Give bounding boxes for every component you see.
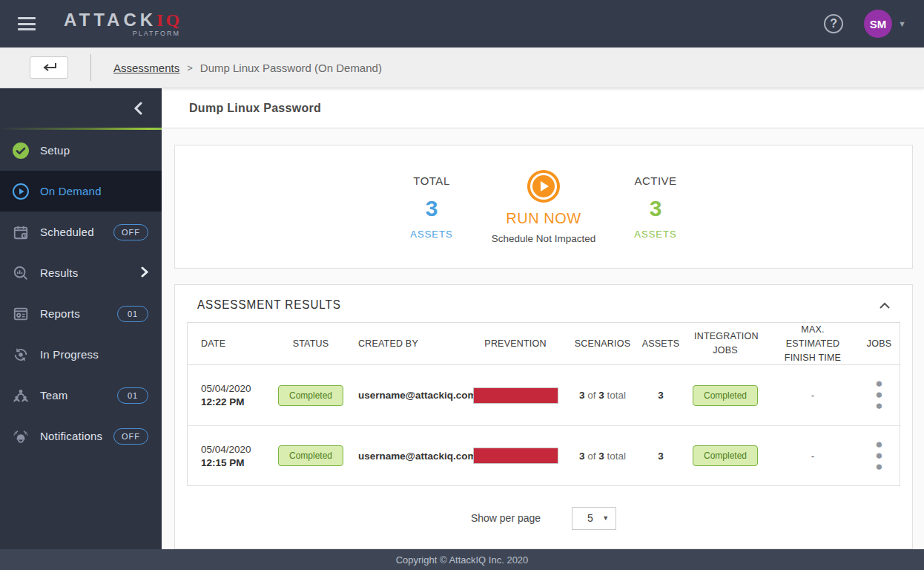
- run-now-button[interactable]: [527, 170, 560, 203]
- back-arrow-icon: [40, 62, 58, 73]
- brand-text: ATTACK: [64, 10, 156, 30]
- status-badge: Completed: [278, 445, 343, 466]
- column-header-status: STATUS: [277, 337, 345, 351]
- team-icon: [12, 387, 30, 404]
- page-title-bar: Dump Linux Password: [162, 88, 924, 128]
- breadcrumb: Assessments > Dump Linux Password (On De…: [113, 62, 382, 74]
- prevention-cell: [463, 448, 567, 464]
- chevron-down-icon: ▼: [898, 19, 906, 28]
- column-header-assets: ASSETS: [638, 337, 684, 351]
- total-unit: ASSETS: [410, 229, 452, 240]
- report-icon: [12, 305, 30, 323]
- created-by-cell: username@attackiq.com: [345, 390, 463, 401]
- results-table-header: DATE STATUS CREATED BY PREVENTION SCENAR…: [188, 323, 900, 365]
- column-header-date: DATE: [188, 337, 277, 351]
- results-table: DATE STATUS CREATED BY PREVENTION SCENAR…: [187, 322, 900, 486]
- copyright-text: Copyright © AttackIQ Inc. 2020: [396, 554, 529, 566]
- scheduled-off-badge: OFF: [113, 224, 148, 240]
- breadcrumb-link-assessments[interactable]: Assessments: [113, 62, 179, 74]
- prevention-bar: [473, 387, 558, 404]
- row-menu-icon[interactable]: ●●●: [875, 376, 882, 413]
- chevron-left-icon: [133, 102, 142, 115]
- status-cell: Completed: [277, 445, 345, 466]
- sidebar-item-label: Team: [40, 389, 117, 402]
- breadcrumb-bar: Assessments > Dump Linux Password (On De…: [0, 48, 924, 88]
- max-estimated-finish-time-cell: -: [767, 390, 859, 401]
- column-header-jobs: JOBS: [859, 337, 900, 351]
- play-icon: [530, 173, 557, 200]
- avatar[interactable]: SM: [864, 10, 892, 38]
- status-badge: Completed: [278, 385, 343, 406]
- status-cell: Completed: [277, 385, 345, 406]
- total-value: 3: [426, 196, 438, 221]
- top-bar: ATTACKIQ PLATFORM ? SM ▼: [0, 0, 924, 48]
- date-cell: 05/04/2020 12:15 PM: [188, 444, 277, 468]
- help-icon[interactable]: ?: [824, 14, 843, 33]
- breadcrumb-divider: [90, 54, 91, 81]
- max-estimated-finish-time-cell: -: [767, 451, 859, 462]
- brand-subtitle: PLATFORM: [133, 30, 180, 37]
- column-header-created-by: CREATED BY: [345, 337, 463, 351]
- user-menu[interactable]: SM ▼: [864, 10, 906, 38]
- created-by-cell: username@attackiq.com: [345, 451, 463, 462]
- total-label: TOTAL: [413, 174, 449, 187]
- assessment-stats-card: TOTAL 3 ASSETS RUN NOW Schedule Not Impa…: [174, 145, 913, 269]
- run-now-control: RUN NOW Schedule Not Impacted: [484, 170, 603, 244]
- sidebar-item-setup[interactable]: Setup: [0, 130, 162, 171]
- prevention-cell: [463, 387, 567, 404]
- sidebar-item-in-progress[interactable]: In Progress: [0, 334, 162, 375]
- sidebar-item-scheduled[interactable]: Scheduled OFF: [0, 212, 162, 252]
- sidebar-collapse-button[interactable]: [0, 88, 162, 128]
- chevron-up-icon: [880, 302, 890, 309]
- sidebar-item-label: Setup: [40, 144, 148, 157]
- run-now-label: RUN NOW: [506, 210, 581, 227]
- breadcrumb-separator: >: [187, 62, 193, 73]
- scenarios-cell: 3 of 3 total: [567, 390, 638, 401]
- integration-jobs-badge: Completed: [693, 385, 758, 406]
- sidebar-item-notifications[interactable]: Notifications OFF: [0, 416, 162, 456]
- play-circle-icon: [12, 183, 30, 200]
- pagination-controls: Show per page 5 ▼: [187, 486, 900, 549]
- select-caret-icon: ▼: [602, 514, 609, 522]
- active-unit: ASSETS: [634, 229, 676, 240]
- bell-waves-icon: [12, 428, 30, 445]
- active-label: ACTIVE: [634, 174, 676, 187]
- reports-count-badge: 01: [117, 306, 148, 322]
- sidebar-item-on-demand[interactable]: On Demand: [0, 171, 162, 212]
- per-page-value: 5: [587, 512, 593, 524]
- jobs-cell: ●●●: [859, 379, 900, 412]
- table-row: 05/04/2020 12:15 PM Completed username@a…: [188, 425, 900, 485]
- scenarios-cell: 3 of 3 total: [567, 451, 638, 462]
- assets-cell: 3: [638, 451, 684, 462]
- column-header-integration-jobs: INTEGRATION JOBS: [684, 330, 767, 358]
- date-cell: 05/04/2020 12:22 PM: [188, 383, 277, 407]
- chevron-right-icon: [141, 266, 148, 280]
- active-value: 3: [650, 196, 662, 221]
- sidebar-item-team[interactable]: Team 01: [0, 375, 162, 416]
- back-button[interactable]: [30, 56, 68, 79]
- sidebar-item-results[interactable]: Results: [0, 252, 162, 293]
- sidebar-item-label: Scheduled: [40, 226, 113, 238]
- row-menu-icon[interactable]: ●●●: [875, 437, 882, 474]
- results-title: ASSESSMENT RESULTS: [197, 298, 341, 312]
- sidebar-item-label: In Progress: [40, 348, 148, 361]
- attackiq-logo: ATTACKIQ PLATFORM: [64, 11, 182, 37]
- integration-jobs-badge: Completed: [693, 445, 758, 466]
- search-chart-icon: [12, 264, 30, 282]
- team-count-badge: 01: [117, 387, 148, 404]
- sidebar: Setup On Demand Scheduled OFF Results: [0, 88, 162, 549]
- main-content: Dump Linux Password TOTAL 3 ASSETS RUN N…: [162, 88, 924, 549]
- assessment-results-card: ASSESSMENT RESULTS DATE STATUS CREATED B…: [174, 284, 913, 549]
- sync-gear-icon: [12, 346, 30, 364]
- column-header-scenarios: SCENARIOS: [567, 337, 638, 351]
- menu-icon[interactable]: [18, 17, 36, 30]
- integration-jobs-cell: Completed: [684, 445, 767, 466]
- collapse-section-button[interactable]: [880, 302, 890, 309]
- per-page-select[interactable]: 5 ▼: [572, 507, 616, 530]
- sidebar-item-label: Results: [40, 266, 141, 279]
- attackiq-platform-app: ATTACKIQ PLATFORM ? SM ▼ Assessments > D…: [0, 0, 924, 570]
- active-assets-stat: ACTIVE 3 ASSETS: [603, 174, 708, 240]
- breadcrumb-current: Dump Linux Password (On Demand): [200, 62, 382, 74]
- jobs-cell: ●●●: [859, 439, 900, 473]
- sidebar-item-reports[interactable]: Reports 01: [0, 293, 162, 334]
